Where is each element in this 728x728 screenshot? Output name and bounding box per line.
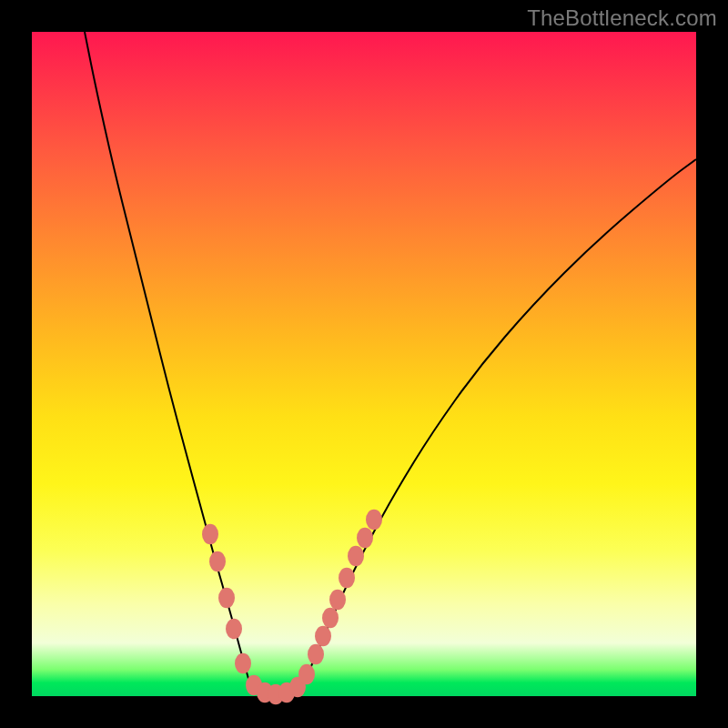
marker-dot (218, 588, 235, 609)
marker-dot (348, 546, 364, 567)
marker-dot (329, 590, 346, 611)
marker-dot (308, 644, 324, 665)
marker-dot (322, 608, 339, 629)
marker-dot (298, 664, 315, 685)
marker-dot (366, 510, 382, 531)
left-branch-curve (85, 32, 250, 685)
right-branch-curve (303, 159, 696, 685)
marker-dot (202, 524, 218, 545)
marker-dot (235, 653, 251, 674)
chart-frame: TheBottleneck.com (0, 0, 728, 728)
marker-dot (315, 626, 331, 647)
watermark-text: TheBottleneck.com (527, 5, 717, 31)
marker-dot (339, 568, 355, 589)
marker-dot (209, 551, 226, 572)
curve-layer (32, 32, 696, 696)
marker-group (202, 510, 382, 705)
marker-dot (357, 528, 373, 549)
marker-dot (226, 619, 242, 640)
plot-area (32, 32, 696, 696)
